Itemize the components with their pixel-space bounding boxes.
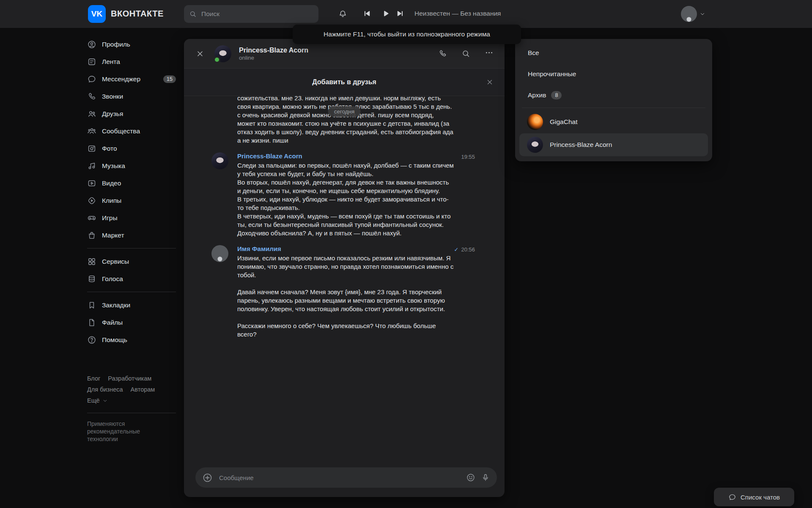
peer-name: Princess-Blaze Acorn — [239, 46, 308, 54]
brand-title[interactable]: ВКОНТАКТЕ — [111, 9, 164, 19]
photos-icon — [87, 144, 96, 153]
chat-list-panel: Все Непрочитанные Архив 8 GigaChat Princ… — [515, 39, 712, 161]
filter-label: Непрочитанные — [528, 70, 576, 78]
banner-close-button[interactable] — [486, 78, 494, 86]
chat-list-item-princess-blaze-acorn[interactable]: Princess-Blaze Acorn — [519, 133, 708, 156]
phone-icon — [438, 49, 447, 58]
peer-info[interactable]: Princess-Blaze Acorn online — [239, 46, 308, 61]
sender-name[interactable]: Princess-Blaze Acorn — [237, 152, 302, 160]
sidebar-item-video[interactable]: Видео — [87, 174, 176, 192]
sidebar-item-label: Сервисы — [102, 258, 129, 265]
coins-icon — [87, 274, 96, 284]
messenger-icon — [87, 75, 96, 84]
sidebar-item-clips[interactable]: Клипы — [87, 192, 176, 209]
sidebar-item-label: Профиль — [102, 41, 130, 48]
search-icon — [461, 49, 470, 58]
vk-logo[interactable]: VK — [88, 5, 106, 23]
music-icon — [87, 161, 96, 171]
sidebar-item-label: Закладки — [102, 301, 130, 309]
sidebar-item-services[interactable]: Сервисы — [87, 253, 176, 270]
sender-avatar[interactable] — [211, 152, 228, 169]
ellipsis-icon — [485, 48, 494, 57]
sidebar-item-calls[interactable]: Звонки — [87, 88, 176, 105]
sidebar-item-bookmarks[interactable]: Закладки — [87, 296, 176, 314]
chevron-down-icon — [700, 11, 705, 17]
bell-icon — [338, 9, 347, 18]
sidebar-footer: Блог Разработчикам Для бизнеса Авторам Е… — [87, 373, 176, 443]
person-icon — [683, 15, 695, 22]
message-meta: ✓ 20:56 — [454, 246, 475, 253]
sidebar-item-feed[interactable]: Лента — [87, 53, 176, 70]
now-playing-title: Неизвестен — Без названия — [414, 10, 501, 17]
message-composer — [184, 461, 505, 497]
footer-more-label: Ещё — [87, 395, 100, 406]
footer-link-authors[interactable]: Авторам — [131, 384, 155, 395]
sidebar-item-label: Маркет — [102, 232, 124, 239]
sidebar-item-label: Звонки — [102, 93, 123, 100]
message-text: сожительства. мне 23. никогда не имел де… — [237, 96, 454, 145]
chat-avatar — [527, 114, 543, 130]
message: Princess-Blaze Acorn Следи за пальцами: … — [211, 152, 475, 237]
sender-name[interactable]: Имя Фамилия — [237, 245, 281, 252]
chat-list-item-gigachat[interactable]: GigaChat — [519, 110, 708, 133]
sidebar-item-label: Клипы — [102, 197, 121, 204]
sender-avatar[interactable] — [211, 245, 228, 262]
voice-message-button[interactable] — [481, 473, 490, 482]
sidebar-divider — [87, 413, 176, 413]
sidebar-item-messenger[interactable]: Мессенджер 15 — [87, 70, 176, 88]
chat-name: GigaChat — [550, 118, 577, 126]
call-button[interactable] — [438, 49, 447, 58]
emoji-button[interactable] — [466, 473, 475, 482]
sidebar-item-votes[interactable]: Голоса — [87, 270, 176, 287]
filter-all[interactable]: Все — [515, 42, 712, 64]
peer-avatar[interactable] — [214, 45, 231, 62]
message-meta: 19:55 — [461, 154, 475, 160]
online-indicator — [214, 56, 220, 63]
chat-search-button[interactable] — [461, 49, 470, 58]
chat-more-button[interactable] — [485, 48, 494, 59]
footer-link-business[interactable]: Для бизнеса — [87, 384, 123, 395]
sidebar-item-label: Помощь — [102, 336, 127, 344]
message-history[interactable]: сегодня сожительства. мне 23. никогда не… — [184, 96, 505, 461]
footer-link-developers[interactable]: Разработчикам — [108, 373, 151, 384]
sidebar-item-market[interactable]: Маркет — [87, 226, 176, 244]
message-input[interactable] — [218, 474, 461, 482]
filter-archive[interactable]: Архив 8 — [515, 85, 712, 106]
footer-link-blog[interactable]: Блог — [87, 373, 100, 384]
play-button[interactable] — [381, 9, 390, 19]
sidebar-item-profile[interactable]: Профиль — [87, 36, 176, 53]
sidebar-item-label: Музыка — [102, 162, 125, 170]
previous-track-icon — [363, 9, 371, 18]
sidebar-item-games[interactable]: Игры — [87, 209, 176, 226]
composer-pill — [195, 467, 497, 488]
filter-unread[interactable]: Непрочитанные — [515, 64, 712, 85]
attach-button[interactable] — [202, 472, 213, 483]
next-track-button[interactable] — [396, 9, 404, 19]
sidebar-item-friends[interactable]: Друзья — [87, 105, 176, 122]
account-menu-chevron[interactable] — [700, 11, 705, 17]
microphone-icon — [481, 473, 490, 482]
sidebar-item-label: Лента — [102, 58, 120, 66]
close-icon — [196, 50, 204, 58]
sidebar-item-photos[interactable]: Фото — [87, 140, 176, 157]
archive-count-badge: 8 — [551, 91, 562, 99]
chat-close-button[interactable] — [196, 50, 204, 58]
sidebar-item-communities[interactable]: Сообщества — [87, 122, 176, 140]
sidebar-item-music[interactable]: Музыка — [87, 157, 176, 174]
close-icon — [486, 78, 494, 86]
footer-link-more[interactable]: Ещё — [87, 395, 176, 406]
account-menu-avatar[interactable] — [681, 6, 697, 22]
notifications-button[interactable] — [338, 9, 347, 18]
filter-label: Все — [528, 49, 539, 57]
sidebar-item-help[interactable]: Помощь — [87, 331, 176, 348]
add-friend-banner[interactable]: Добавить в друзья — [184, 69, 505, 96]
sidebar-item-label: Голоса — [102, 275, 123, 283]
sidebar-item-label: Файлы — [102, 319, 123, 326]
search-input[interactable] — [200, 10, 313, 18]
play-icon — [381, 9, 390, 18]
sidebar-item-files[interactable]: Файлы — [87, 314, 176, 331]
chat-list-toggle-button[interactable]: Список чатов — [714, 488, 794, 506]
person-icon — [214, 254, 226, 262]
previous-track-button[interactable] — [363, 9, 371, 19]
games-icon — [87, 213, 96, 223]
